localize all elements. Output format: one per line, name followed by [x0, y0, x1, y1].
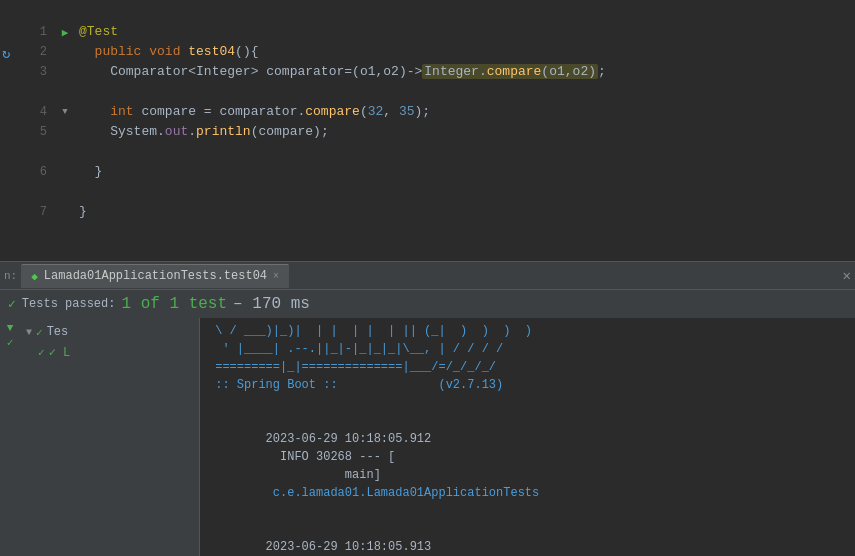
console-output[interactable]: \ / ___)|_)| | | | | | || (_| ) ) ) ) ' …	[200, 318, 855, 556]
close-panel-button[interactable]: ✕	[843, 267, 851, 284]
tree-child-check-icon: ✓	[38, 346, 45, 359]
test-left-gutter: ▼ ✓	[0, 318, 20, 556]
test-body: ▼ ✓ ▼ ✓ Tes ✓ ✓ L \ / ___)|_)| | | | | |…	[0, 318, 855, 556]
code-line: @Test	[75, 22, 855, 42]
test-count: 1 of 1 test	[121, 295, 227, 313]
tab-prefix: n:	[4, 270, 17, 282]
code-content[interactable]: @Test public void test04(){ Comparator<I…	[75, 0, 855, 261]
tab-label: Lamada01ApplicationTests.test04	[44, 269, 267, 283]
code-line	[75, 82, 855, 102]
pass-check-icon: ✓	[8, 296, 16, 312]
gutter-icons: ▶ ▼	[55, 0, 75, 261]
run-icon[interactable]: ▶	[55, 22, 75, 42]
code-line	[75, 2, 855, 22]
tab-test-icon: ◆	[31, 270, 38, 283]
tab-close-button[interactable]: ×	[273, 271, 279, 282]
test-status-label: Tests passed:	[22, 297, 116, 311]
tree-root-label: Tes	[47, 325, 69, 339]
code-line-highlight: Comparator<Integer> comparator=(o1,o2)->…	[75, 62, 855, 82]
code-line: int compare = comparator.compare(32, 35)…	[75, 102, 855, 122]
spring-art-line-3: =========|_|==============|___/=/_/_/_/	[208, 358, 847, 376]
tree-child-label: ✓ L	[49, 345, 71, 360]
test-tree-child[interactable]: ✓ ✓ L	[20, 342, 199, 362]
tree-arrow-icon: ▼	[26, 327, 32, 338]
refresh-icon[interactable]: ↻	[2, 45, 10, 62]
test-duration: – 170 ms	[233, 295, 310, 313]
spring-art-line-1: \ / ___)|_)| | | | | | || (_| ) ) ) )	[208, 322, 847, 340]
code-line: System.out.println(compare);	[75, 122, 855, 142]
code-line: public void test04(){	[75, 42, 855, 62]
log-line-1: 2023-06-29 10:18:05.912 INFO 30268 --- […	[208, 412, 847, 520]
spring-boot-version: :: Spring Boot :: (v2.7.13)	[208, 376, 847, 394]
code-line: }	[75, 202, 855, 222]
code-line: }	[75, 162, 855, 182]
test-tree: ▼ ✓ Tes ✓ ✓ L	[20, 318, 200, 556]
line-numbers: 1 2 3 4 5 6 7	[0, 0, 55, 261]
pass-icon-small: ✓	[7, 336, 14, 349]
code-line	[75, 182, 855, 202]
tree-check-icon: ✓	[36, 326, 43, 339]
test-tab[interactable]: ◆ Lamada01ApplicationTests.test04 ×	[21, 264, 289, 288]
code-line	[75, 142, 855, 162]
test-panel: ✓ Tests passed: 1 of 1 test – 170 ms ▼ ✓…	[0, 290, 855, 556]
expand-icon[interactable]: ▼	[7, 322, 14, 334]
log-spacer	[208, 394, 847, 412]
spring-art-line-2: ' |____| .--.||_|-|_|_|_|\__, | / / / /	[208, 340, 847, 358]
tab-bar: n: ◆ Lamada01ApplicationTests.test04 × ✕	[0, 262, 855, 290]
log-line-2: 2023-06-29 10:18:05.913 INFO 30268 --- […	[208, 520, 847, 556]
fold-icon[interactable]: ▼	[55, 102, 75, 122]
test-header: ✓ Tests passed: 1 of 1 test – 170 ms	[0, 290, 855, 318]
test-tree-root[interactable]: ▼ ✓ Tes	[20, 322, 199, 342]
code-editor: ↻ 1 2 3 4 5 6 7 ▶	[0, 0, 855, 262]
